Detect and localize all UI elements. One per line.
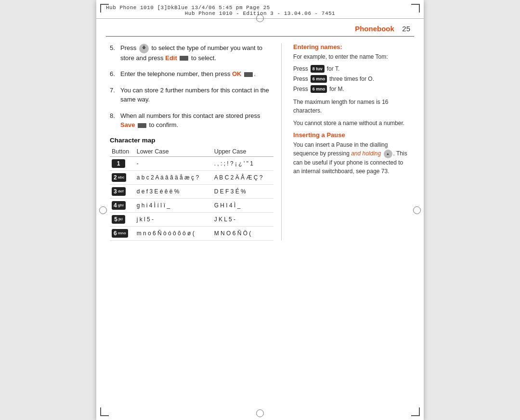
btn-cell-3: 4ghi xyxy=(110,198,135,212)
pause-text: You can insert a Pause in the dialling s… xyxy=(293,140,410,176)
main-content: 5. Press ▲ to select the type of number … xyxy=(96,37,424,241)
step-6: 6. Enter the telephone number, then pres… xyxy=(110,69,273,79)
phone-page: Hub Phone 1010 [3]DkBlue 13/4/06 5:45 pm… xyxy=(96,0,424,420)
table-row: 1-. , : ; ! ? ¡ ¿ ' " 1 xyxy=(110,156,273,170)
col-button: Button xyxy=(110,147,135,157)
press-label-3: Press xyxy=(293,86,308,92)
step-7-num: 7. xyxy=(110,86,120,104)
upper-cell-1: A B C 2 Ä Å Æ Ç ? xyxy=(212,170,273,184)
badge-8tuv: 8 tuv xyxy=(311,65,325,73)
press-text-3: for M. xyxy=(329,86,344,92)
max-length-text: The maximum length for names is 16 chara… xyxy=(293,98,410,115)
ok-label: OK xyxy=(232,70,242,77)
step-8-text: When all numbers for this contact are st… xyxy=(120,111,273,130)
steps-list: 5. Press ▲ to select the type of number … xyxy=(110,43,273,130)
badge-6mno-2: 6 mno xyxy=(311,85,327,93)
corner-br xyxy=(411,407,420,416)
step-5-num: 5. xyxy=(110,43,120,63)
upper-cell-2: D E F 3 É % xyxy=(212,184,273,198)
col-lower: Lower Case xyxy=(135,147,212,157)
btn-badge-3: 4ghi xyxy=(112,201,126,210)
btn-cell-1: 2abc xyxy=(110,170,135,184)
press-row-1: Press 8 tuv for T. xyxy=(293,65,410,73)
step-6-text: Enter the telephone number, then press O… xyxy=(120,69,273,79)
press-label-1: Press xyxy=(293,65,308,72)
upper-cell-3: G H I 4 Ì _ xyxy=(212,198,273,212)
upper-cell-0: . , : ; ! ? ¡ ¿ ' " 1 xyxy=(212,156,273,170)
no-number-text: You cannot store a name without a number… xyxy=(293,119,410,127)
save-label: Save xyxy=(120,121,135,128)
lower-cell-5: m n o 6 Ñ ò ó ô õ ö ø ( xyxy=(135,226,212,240)
char-table: Button Lower Case Upper Case 1-. , : ; !… xyxy=(110,147,273,241)
inserting-pause-title: Inserting a Pause xyxy=(293,131,410,139)
btn-badge-5: 6mno xyxy=(112,229,128,238)
pause-nav-icon: ▲ xyxy=(384,150,392,158)
corner-bl xyxy=(100,407,109,416)
step-8-num: 8. xyxy=(110,111,120,130)
save-softkey xyxy=(138,123,146,128)
step-5-text: Press ▲ to select the type of number you… xyxy=(120,43,273,63)
press-text-2: three times for O. xyxy=(329,76,374,82)
table-row: 4ghig h i 4 Ì í î ï _G H I 4 Ì _ xyxy=(110,198,273,212)
char-map-title: Character map xyxy=(110,137,273,144)
press-row-3: Press 6 mno for M. xyxy=(293,85,410,93)
right-column: Entering names: For example, to enter th… xyxy=(291,43,410,241)
upper-cell-4: J K L 5 - xyxy=(212,212,273,226)
edit-label: Edit xyxy=(165,54,177,62)
table-row: 6mnom n o 6 Ñ ò ó ô õ ö ø (M N O 6 Ñ Ö ( xyxy=(110,226,273,240)
corner-tl xyxy=(100,4,109,13)
table-row: 3defd e f 3 E é ê ë %D E F 3 É % xyxy=(110,184,273,198)
ok-softkey xyxy=(244,72,253,77)
lower-cell-2: d e f 3 E é ê ë % xyxy=(135,184,212,198)
btn-cell-4: 5jkl xyxy=(110,212,135,226)
reg-mark-right xyxy=(413,206,421,214)
entering-names-title: Entering names: xyxy=(293,43,410,51)
lower-cell-1: a b c 2 A á â ã ä å æ ç ? xyxy=(135,170,212,184)
table-row: 5jklj k l 5 -J K L 5 - xyxy=(110,212,273,226)
step-8: 8. When all numbers for this contact are… xyxy=(110,111,273,130)
char-map-section: Character map Button Lower Case Upper Ca… xyxy=(110,137,273,241)
page-number: 25 xyxy=(402,25,410,33)
upper-cell-5: M N O 6 Ñ Ö ( xyxy=(212,226,273,240)
step-7-text: You can store 2 further numbers for this… xyxy=(120,86,273,104)
reg-mark-left xyxy=(99,206,107,214)
btn-badge-1: 2abc xyxy=(112,173,126,182)
press-row-2: Press 6 mno three times for O. xyxy=(293,75,410,83)
col-upper: Upper Case xyxy=(212,147,273,157)
header-line1: Hub Phone 1010 [3]DkBlue 13/4/06 5:45 pm… xyxy=(106,5,414,11)
section-title: Phonebook xyxy=(355,25,394,33)
btn-cell-2: 3def xyxy=(110,184,135,198)
btn-badge-2: 3def xyxy=(112,187,126,196)
pause-italic: and holding xyxy=(351,150,381,157)
btn-cell-5: 6mno xyxy=(110,226,135,240)
step-7: 7. You can store 2 further numbers for t… xyxy=(110,86,273,104)
reg-mark-bottom xyxy=(256,409,264,417)
left-column: 5. Press ▲ to select the type of number … xyxy=(110,43,282,241)
press-label-2: Press xyxy=(293,76,308,82)
entering-names-intro: For example, to enter the name Tom: xyxy=(293,52,410,61)
corner-tr xyxy=(411,4,420,13)
edit-softkey xyxy=(180,56,188,61)
press-text-1: for T. xyxy=(327,65,339,72)
lower-cell-3: g h i 4 Ì í î ï _ xyxy=(135,198,212,212)
reg-mark-top xyxy=(256,14,264,22)
btn-cell-0: 1 xyxy=(110,156,135,170)
lower-cell-0: - xyxy=(135,156,212,170)
step-5: 5. Press ▲ to select the type of number … xyxy=(110,43,273,63)
nav-button-icon: ▲ xyxy=(139,44,149,53)
btn-badge-0: 1 xyxy=(112,159,125,168)
btn-badge-4: 5jkl xyxy=(112,215,125,224)
step-6-num: 6. xyxy=(110,69,120,79)
lower-cell-4: j k l 5 - xyxy=(135,212,212,226)
table-row: 2abca b c 2 A á â ã ä å æ ç ?A B C 2 Ä Å… xyxy=(110,170,273,184)
badge-6mno-1: 6 mno xyxy=(311,75,327,83)
